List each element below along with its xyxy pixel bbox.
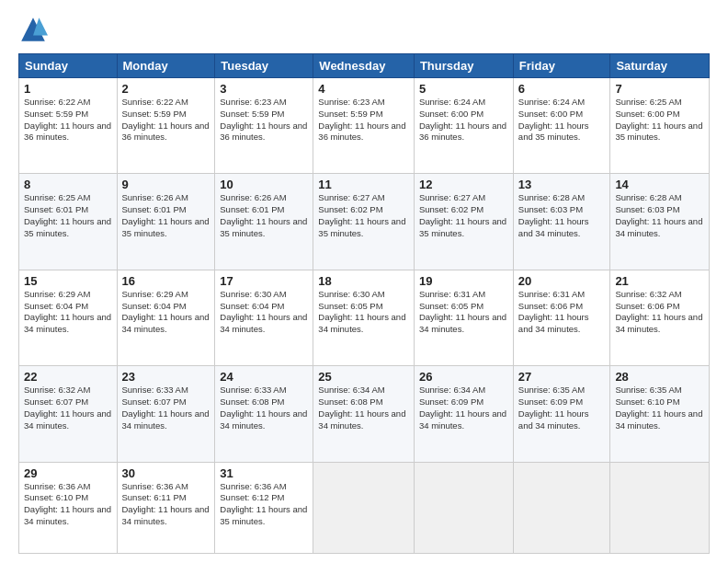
day-number: 8	[24, 178, 112, 191]
day-number: 28	[615, 370, 704, 384]
day-info: Sunrise: 6:34 AMSunset: 6:08 PMDaylight:…	[318, 385, 409, 431]
col-header-monday: Monday	[117, 54, 215, 78]
day-number: 24	[220, 370, 308, 384]
calendar-cell: 8 Sunrise: 6:25 AMSunset: 6:01 PMDayligh…	[19, 174, 118, 270]
day-number: 14	[615, 178, 704, 191]
day-info: Sunrise: 6:23 AMSunset: 5:59 PMDaylight:…	[220, 97, 308, 144]
day-info: Sunrise: 6:35 AMSunset: 6:10 PMDaylight:…	[615, 385, 704, 431]
day-info: Sunrise: 6:26 AMSunset: 6:01 PMDaylight:…	[122, 192, 210, 239]
calendar-cell: 4 Sunrise: 6:23 AMSunset: 5:59 PMDayligh…	[313, 78, 415, 174]
day-number: 2	[122, 82, 210, 96]
day-info: Sunrise: 6:33 AMSunset: 6:08 PMDaylight:…	[220, 385, 308, 431]
day-number: 6	[518, 82, 606, 96]
day-number: 1	[24, 82, 112, 96]
calendar-cell: 14 Sunrise: 6:28 AMSunset: 6:03 PMDaylig…	[610, 174, 710, 270]
day-number: 4	[318, 82, 409, 96]
calendar-header-row: SundayMondayTuesdayWednesdayThursdayFrid…	[19, 54, 710, 78]
calendar-week-row: 1 Sunrise: 6:22 AMSunset: 5:59 PMDayligh…	[19, 78, 710, 174]
calendar-cell: 28 Sunrise: 6:35 AMSunset: 6:10 PMDaylig…	[610, 366, 710, 462]
day-number: 19	[419, 274, 508, 288]
day-info: Sunrise: 6:22 AMSunset: 5:59 PMDaylight:…	[122, 97, 210, 144]
day-info: Sunrise: 6:26 AMSunset: 6:01 PMDaylight:…	[220, 192, 308, 239]
day-number: 15	[24, 274, 112, 288]
calendar-cell: 22 Sunrise: 6:32 AMSunset: 6:07 PMDaylig…	[19, 366, 118, 462]
day-number: 20	[518, 274, 606, 288]
calendar-cell: 2 Sunrise: 6:22 AMSunset: 5:59 PMDayligh…	[117, 78, 215, 174]
day-number: 29	[24, 466, 112, 480]
day-info: Sunrise: 6:28 AMSunset: 6:03 PMDaylight:…	[518, 192, 606, 239]
calendar-cell: 9 Sunrise: 6:26 AMSunset: 6:01 PMDayligh…	[117, 174, 215, 270]
day-number: 10	[220, 178, 308, 191]
day-number: 13	[518, 178, 606, 191]
calendar-table: SundayMondayTuesdayWednesdayThursdayFrid…	[18, 53, 710, 554]
day-info: Sunrise: 6:29 AMSunset: 6:04 PMDaylight:…	[122, 289, 210, 336]
day-number: 12	[419, 178, 508, 191]
col-header-thursday: Thursday	[414, 54, 513, 78]
day-info: Sunrise: 6:25 AMSunset: 6:01 PMDaylight:…	[24, 192, 112, 239]
calendar-cell: 13 Sunrise: 6:28 AMSunset: 6:03 PMDaylig…	[513, 174, 610, 270]
day-info: Sunrise: 6:28 AMSunset: 6:03 PMDaylight:…	[615, 192, 704, 239]
day-info: Sunrise: 6:31 AMSunset: 6:06 PMDaylight:…	[518, 289, 606, 336]
calendar-cell: 25 Sunrise: 6:34 AMSunset: 6:08 PMDaylig…	[313, 366, 415, 462]
calendar-cell: 23 Sunrise: 6:33 AMSunset: 6:07 PMDaylig…	[117, 366, 215, 462]
calendar-cell: 19 Sunrise: 6:31 AMSunset: 6:05 PMDaylig…	[414, 270, 513, 365]
day-info: Sunrise: 6:24 AMSunset: 6:00 PMDaylight:…	[419, 97, 508, 144]
day-number: 11	[318, 178, 409, 191]
calendar-week-row: 29 Sunrise: 6:36 AMSunset: 6:10 PMDaylig…	[19, 462, 710, 554]
day-info: Sunrise: 6:34 AMSunset: 6:09 PMDaylight:…	[419, 385, 508, 431]
calendar-cell: 15 Sunrise: 6:29 AMSunset: 6:04 PMDaylig…	[19, 270, 118, 365]
calendar-cell: 31 Sunrise: 6:36 AMSunset: 6:12 PMDaylig…	[215, 462, 313, 554]
day-number: 21	[615, 274, 704, 288]
calendar-cell: 16 Sunrise: 6:29 AMSunset: 6:04 PMDaylig…	[117, 270, 215, 365]
day-info: Sunrise: 6:27 AMSunset: 6:02 PMDaylight:…	[318, 192, 409, 239]
day-number: 22	[24, 370, 112, 384]
col-header-sunday: Sunday	[19, 54, 118, 78]
header	[18, 15, 710, 44]
calendar-cell	[513, 462, 610, 554]
day-info: Sunrise: 6:27 AMSunset: 6:02 PMDaylight:…	[419, 192, 508, 239]
day-info: Sunrise: 6:36 AMSunset: 6:10 PMDaylight:…	[24, 481, 112, 528]
day-number: 18	[318, 274, 409, 288]
logo	[18, 15, 51, 44]
calendar-cell: 12 Sunrise: 6:27 AMSunset: 6:02 PMDaylig…	[414, 174, 513, 270]
day-number: 23	[122, 370, 210, 384]
col-header-friday: Friday	[513, 54, 610, 78]
day-number: 31	[220, 466, 308, 480]
page: SundayMondayTuesdayWednesdayThursdayFrid…	[0, 0, 728, 563]
day-info: Sunrise: 6:32 AMSunset: 6:06 PMDaylight:…	[615, 289, 704, 336]
day-number: 26	[419, 370, 508, 384]
calendar-cell: 27 Sunrise: 6:35 AMSunset: 6:09 PMDaylig…	[513, 366, 610, 462]
day-info: Sunrise: 6:35 AMSunset: 6:09 PMDaylight:…	[518, 385, 606, 431]
calendar-cell: 10 Sunrise: 6:26 AMSunset: 6:01 PMDaylig…	[215, 174, 313, 270]
day-info: Sunrise: 6:25 AMSunset: 6:00 PMDaylight:…	[615, 97, 704, 144]
day-number: 3	[220, 82, 308, 96]
day-number: 27	[518, 370, 606, 384]
day-number: 16	[122, 274, 210, 288]
calendar-cell: 18 Sunrise: 6:30 AMSunset: 6:05 PMDaylig…	[313, 270, 415, 365]
day-info: Sunrise: 6:23 AMSunset: 5:59 PMDaylight:…	[318, 97, 409, 144]
day-info: Sunrise: 6:30 AMSunset: 6:05 PMDaylight:…	[318, 289, 409, 336]
col-header-saturday: Saturday	[610, 54, 710, 78]
day-info: Sunrise: 6:30 AMSunset: 6:04 PMDaylight:…	[220, 289, 308, 336]
calendar-cell	[610, 462, 710, 554]
calendar-cell: 7 Sunrise: 6:25 AMSunset: 6:00 PMDayligh…	[610, 78, 710, 174]
calendar-cell: 26 Sunrise: 6:34 AMSunset: 6:09 PMDaylig…	[414, 366, 513, 462]
calendar-week-row: 8 Sunrise: 6:25 AMSunset: 6:01 PMDayligh…	[19, 174, 710, 270]
day-info: Sunrise: 6:33 AMSunset: 6:07 PMDaylight:…	[122, 385, 210, 431]
calendar-cell	[313, 462, 415, 554]
day-info: Sunrise: 6:31 AMSunset: 6:05 PMDaylight:…	[419, 289, 508, 336]
calendar-week-row: 15 Sunrise: 6:29 AMSunset: 6:04 PMDaylig…	[19, 270, 710, 365]
day-number: 30	[122, 466, 210, 480]
day-number: 17	[220, 274, 308, 288]
day-number: 5	[419, 82, 508, 96]
day-number: 25	[318, 370, 409, 384]
calendar-cell: 6 Sunrise: 6:24 AMSunset: 6:00 PMDayligh…	[513, 78, 610, 174]
calendar-cell: 11 Sunrise: 6:27 AMSunset: 6:02 PMDaylig…	[313, 174, 415, 270]
day-info: Sunrise: 6:24 AMSunset: 6:00 PMDaylight:…	[518, 97, 606, 144]
calendar-cell: 20 Sunrise: 6:31 AMSunset: 6:06 PMDaylig…	[513, 270, 610, 365]
day-info: Sunrise: 6:36 AMSunset: 6:11 PMDaylight:…	[122, 481, 210, 528]
day-info: Sunrise: 6:29 AMSunset: 6:04 PMDaylight:…	[24, 289, 112, 336]
day-info: Sunrise: 6:22 AMSunset: 5:59 PMDaylight:…	[24, 97, 112, 144]
calendar-cell: 1 Sunrise: 6:22 AMSunset: 5:59 PMDayligh…	[19, 78, 118, 174]
logo-icon	[18, 15, 48, 44]
